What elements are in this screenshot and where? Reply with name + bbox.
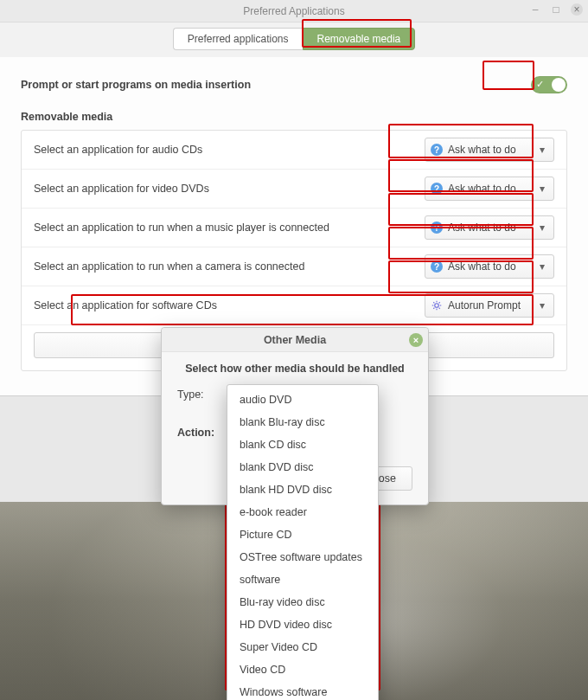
row-label: Select an application for software CDs [34,299,217,311]
svg-line-6 [439,308,440,309]
type-option[interactable]: Super Video CD [227,636,378,658]
combo-value: Ask what to do [448,222,516,234]
window-title: Preferred Applications [243,5,344,17]
type-option[interactable]: OSTree software updates [227,546,378,568]
row-label: Select an application for video DVDs [34,183,209,195]
check-icon: ✓ [536,79,544,90]
type-option[interactable]: blank DVD disc [227,456,378,478]
chevron-down-icon: ▾ [538,183,546,195]
dialog-close-icon[interactable]: × [409,333,423,347]
type-option[interactable]: Windows software [227,681,378,700]
tab-label: Preferred applications [188,33,289,45]
question-icon: ? [431,144,443,156]
combo-video-dvds[interactable]: ? Ask what to do ▾ [425,177,554,201]
row-music-player: Select an application to run when a musi… [22,209,566,247]
type-option[interactable]: audio DVD [227,389,378,411]
type-option[interactable]: blank CD disc [227,433,378,456]
question-icon: ? [431,222,443,234]
row-camera: Select an application to run when a came… [22,247,566,286]
action-label: Action: [177,427,233,451]
type-option[interactable]: HD DVD video disc [227,613,378,636]
type-option[interactable]: Blu-ray video disc [227,591,378,613]
combo-value: Ask what to do [448,260,516,273]
row-video-dvds: Select an application for video DVDs ? A… [22,170,566,209]
svg-line-5 [433,302,434,303]
svg-line-7 [433,308,434,309]
combo-value: Ask what to do [448,144,516,156]
type-option[interactable]: blank Blu-ray disc [227,411,378,433]
chevron-down-icon: ▾ [538,299,546,311]
combo-software-cds[interactable]: Autorun Prompt ▾ [425,293,554,318]
type-option[interactable]: e-book reader [227,501,378,523]
tab-preferred-applications[interactable]: Preferred applications [173,28,303,50]
tab-bar: Preferred applications Removable media [0,22,588,57]
minimize-icon[interactable]: – [529,3,541,16]
prompt-toggle-row: Prompt or start programs on media insert… [21,76,567,93]
type-option[interactable]: Video CD [227,658,378,681]
chevron-down-icon: ▾ [538,144,546,156]
combo-audio-cds[interactable]: ? Ask what to do ▾ [425,138,554,162]
dialog-title: Other Media [264,334,326,346]
question-icon: ? [431,183,443,195]
prompt-toggle-label: Prompt or start programs on media insert… [21,79,251,91]
switch-knob [552,78,566,92]
svg-line-8 [439,302,440,303]
chevron-down-icon: ▾ [538,260,546,273]
tab-label: Removable media [317,33,401,45]
row-label: Select an application to run when a musi… [34,222,329,234]
combo-value: Autorun Prompt [448,299,521,311]
dialog-titlebar: Other Media × [162,328,428,352]
row-audio-cds: Select an application for audio CDs ? As… [22,131,566,170]
titlebar: Preferred Applications – □ × [0,0,588,22]
question-icon: ? [431,260,443,273]
row-label: Select an application for audio CDs [34,144,202,156]
type-label: Type: [177,389,233,413]
maximize-icon[interactable]: □ [550,3,562,16]
type-dropdown-popup: audio DVDblank Blu-ray discblank CD disc… [227,384,379,700]
type-option[interactable]: Picture CD [227,523,378,546]
type-option[interactable]: blank HD DVD disc [227,478,378,501]
section-title-removable-media: Removable media [21,111,567,123]
combo-camera[interactable]: ? Ask what to do ▾ [425,254,554,279]
gear-icon [431,299,443,311]
prompt-toggle-switch[interactable]: ✓ [531,76,567,93]
tab-removable-media[interactable]: Removable media [303,28,416,50]
svg-point-0 [435,304,439,308]
row-label: Select an application to run when a came… [34,260,304,273]
type-option[interactable]: software [227,568,378,591]
chevron-down-icon: ▾ [538,222,546,234]
combo-music-player[interactable]: ? Ask what to do ▾ [425,215,554,240]
combo-value: Ask what to do [448,183,516,195]
row-software-cds: Select an application for software CDs A… [22,286,566,325]
window-controls: – □ × [529,3,583,16]
close-icon[interactable]: × [571,3,583,16]
dialog-subtitle: Select how other media should be handled [177,363,412,375]
